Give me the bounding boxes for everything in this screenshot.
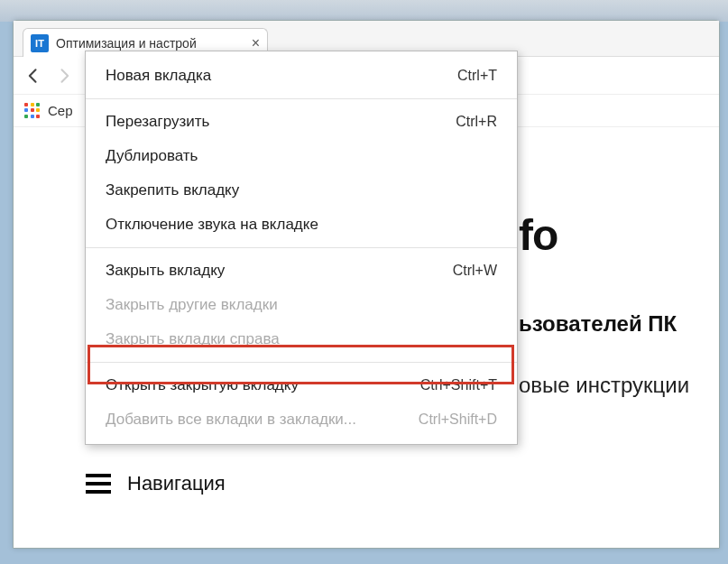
menu-item[interactable]: Открыть закрытую вкладкуCtrl+Shift+T [86,368,517,402]
menu-separator [86,362,517,363]
forward-button [55,67,73,85]
menu-item-shortcut: Ctrl+Shift+T [420,377,497,393]
menu-item-label: Закрепить вкладку [106,181,239,199]
menu-separator [86,247,517,248]
menu-item[interactable]: Отключение звука на вкладке [86,208,517,242]
back-button[interactable] [24,67,42,85]
menu-item[interactable]: Закрепить вкладку [86,173,517,208]
menu-item-label: Закрыть вкладки справа [106,330,280,348]
tab-context-menu: Новая вкладкаCtrl+TПерезагрузитьCtrl+RДу… [85,51,518,445]
tab-favicon: IT [31,34,49,52]
menu-item-label: Перезагрузить [106,113,209,131]
menu-item[interactable]: Закрыть вкладкуCtrl+W [86,254,517,288]
page-nav-row: Навигация [86,472,226,495]
navigation-label[interactable]: Навигация [127,472,226,495]
menu-separator [86,98,517,99]
page-heading-fragment-2: овые инструкции [519,373,689,398]
hamburger-icon[interactable] [86,474,111,494]
menu-item-label: Закрыть вкладку [106,262,225,280]
window-titlebar-blur [0,0,728,22]
apps-icon[interactable] [24,103,41,119]
menu-item-shortcut: Ctrl+W [453,263,497,279]
menu-item[interactable]: Дублировать [86,139,517,173]
menu-item-shortcut: Ctrl+T [457,68,497,84]
menu-item: Закрыть вкладки справа [86,322,517,356]
page-heading-fragment-1: ьзователей ПК [519,311,677,337]
menu-item-label: Открыть закрытую вкладку [106,376,299,394]
tab-close-icon[interactable]: × [252,35,260,51]
bookmark-item-label[interactable]: Сер [48,103,73,118]
menu-item[interactable]: ПерезагрузитьCtrl+R [86,105,517,139]
menu-item-label: Закрыть другие вкладки [106,296,278,314]
menu-item-shortcut: Ctrl+R [456,114,497,130]
menu-item-shortcut: Ctrl+Shift+D [419,411,497,428]
menu-item: Добавить все вкладки в закладки...Ctrl+S… [86,402,517,437]
menu-item[interactable]: Новая вкладкаCtrl+T [86,59,517,93]
menu-item-label: Добавить все вкладки в закладки... [106,411,356,429]
menu-item-label: Дублировать [106,147,198,165]
menu-item: Закрыть другие вкладки [86,288,517,322]
tab-title: Оптимизация и настрой [56,36,246,51]
page-logo-fragment: fo [519,210,558,260]
menu-item-label: Отключение звука на вкладке [106,216,318,234]
menu-item-label: Новая вкладка [106,67,211,85]
